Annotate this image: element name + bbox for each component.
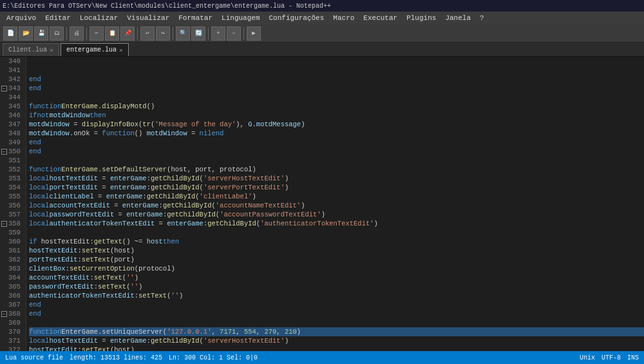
- fold-button-358[interactable]: −: [1, 221, 7, 227]
- gutter-row-343: −343: [1, 84, 23, 93]
- find-btn[interactable]: 🔍: [176, 26, 190, 41]
- sep6: [243, 27, 244, 40]
- line-number-364: 364: [8, 273, 21, 282]
- code-line-347: end: [29, 138, 644, 147]
- print-btn[interactable]: 🖨: [70, 26, 84, 41]
- save-all-btn[interactable]: 🗂: [50, 26, 64, 41]
- code-line-360: portTextEdit:setText(port): [29, 255, 644, 264]
- line-number-361: 361: [8, 246, 21, 255]
- menu-executar[interactable]: Executar: [359, 14, 401, 23]
- copy-btn[interactable]: 📋: [105, 26, 119, 41]
- code-line-354: local accountTextEdit = enterGame:getChi…: [29, 201, 644, 210]
- line-number-368: 368: [8, 309, 21, 318]
- code-line-356: local authenticatorTokenTextEdit = enter…: [29, 219, 644, 228]
- line-number-354: 354: [8, 183, 21, 192]
- gutter-row-359: 359: [1, 228, 23, 237]
- menu-plugins[interactable]: Plugins: [402, 14, 440, 23]
- tab-clientlua[interactable]: Client.lua ✕: [3, 43, 59, 56]
- gutter-row-364: 364: [1, 273, 23, 282]
- replace-btn[interactable]: 🔄: [191, 26, 205, 41]
- menu-help[interactable]: ?: [476, 14, 488, 23]
- code-line-353: local clientLabel = enterGame:getChildBy…: [29, 192, 644, 201]
- code-line-343: function EnterGame.displayMotd(): [29, 102, 644, 111]
- gutter-row-352: 352: [1, 165, 23, 174]
- line-number-349: 349: [8, 138, 21, 147]
- menu-formatar[interactable]: Formatar: [175, 14, 216, 23]
- line-number-344: 344: [8, 93, 21, 102]
- tab-entergame[interactable]: entergame.lua ✕: [61, 43, 129, 56]
- sep5: [208, 27, 209, 40]
- gutter-row-370: 370: [1, 327, 23, 336]
- menu-configuracoes[interactable]: Configurações: [265, 14, 328, 23]
- tab-clientlua-close[interactable]: ✕: [50, 46, 53, 54]
- line-number-359: 359: [8, 228, 21, 237]
- line-number-340: 340: [8, 57, 21, 66]
- code-line-368: function EnterGame.setUniqueServer('127.…: [29, 327, 644, 336]
- code-line-340: end: [29, 75, 644, 84]
- file-type-label: Lua source file: [5, 354, 63, 361]
- menu-linguagem[interactable]: Linguagem: [218, 14, 263, 23]
- gutter-row-361: 361: [1, 246, 23, 255]
- fold-button-343[interactable]: −: [1, 86, 7, 91]
- gutter-row-366: 366: [1, 291, 23, 300]
- line-number-353: 353: [8, 174, 21, 183]
- line-number-345: 345: [8, 102, 21, 111]
- save-btn[interactable]: 💾: [34, 26, 48, 41]
- code-line-352: local portTextEdit = enterGame:getChildB…: [29, 183, 644, 192]
- zoom-out-btn[interactable]: −: [227, 26, 241, 41]
- menu-macro[interactable]: Macro: [329, 14, 358, 23]
- line-number-358: 358: [8, 219, 21, 228]
- line-number-369: 369: [8, 318, 21, 327]
- sep4: [173, 27, 173, 40]
- code-area[interactable]: end end function EnterGame.displayMotd()…: [26, 57, 644, 351]
- gutter-row-360: 360: [1, 237, 23, 246]
- line-number-343: 343: [8, 84, 21, 93]
- menu-visualizar[interactable]: Visualizar: [123, 14, 173, 23]
- gutter-row-347: 347: [1, 120, 23, 129]
- tab-entergame-close[interactable]: ✕: [119, 46, 123, 54]
- zoom-in-btn[interactable]: +: [211, 26, 225, 41]
- undo-btn[interactable]: ↩: [140, 26, 155, 41]
- gutter-row-344: 344: [1, 93, 23, 102]
- fold-button-350[interactable]: −: [1, 149, 7, 155]
- line-number-348: 348: [8, 129, 21, 138]
- menu-bar: Arquivo Editar Localizar Visualizar Form…: [0, 12, 644, 24]
- code-line-361: clientBox:setCurrentOption(protocol): [29, 264, 644, 273]
- new-btn[interactable]: 📄: [3, 26, 17, 41]
- cut-btn[interactable]: ✂: [90, 26, 104, 41]
- gutter-row-372: 372: [1, 345, 23, 351]
- line-number-362: 362: [8, 255, 21, 264]
- gutter-row-358: −358: [1, 219, 23, 228]
- menu-localizar[interactable]: Localizar: [76, 14, 122, 23]
- code-line-346: motdWindow.onOk = function() motdWindow …: [29, 129, 644, 138]
- redo-btn[interactable]: ↪: [156, 26, 170, 41]
- line-number-347: 347: [8, 120, 21, 129]
- menu-arquivo[interactable]: Arquivo: [3, 14, 40, 23]
- gutter-row-355: 355: [1, 192, 23, 201]
- line-number-350: 350: [8, 147, 21, 156]
- code-line-358: if hostTextEdit:getText() ~= host then: [29, 237, 644, 246]
- code-line-357: [29, 228, 644, 237]
- run-btn[interactable]: ▶: [247, 26, 261, 41]
- line-number-371: 371: [8, 336, 21, 345]
- line-number-366: 366: [8, 291, 21, 300]
- gutter-row-353: 353: [1, 174, 23, 183]
- code-line-366: end: [29, 309, 644, 318]
- gutter-row-356: 356: [1, 201, 23, 210]
- fold-button-368[interactable]: −: [1, 311, 7, 317]
- code-line-351: local hostTextEdit = enterGame:getChildB…: [29, 174, 644, 183]
- tab-entergame-label: entergame.lua: [66, 46, 117, 53]
- gutter-row-368: −368: [1, 309, 23, 318]
- gutter-row-345: 345: [1, 102, 23, 111]
- gutter-row-369: 369: [1, 318, 23, 327]
- sep3: [137, 27, 138, 40]
- menu-editar[interactable]: Editar: [41, 14, 75, 23]
- code-line-364: authenticatorTokenTextEdit:setText(''): [29, 291, 644, 300]
- menu-janela[interactable]: Janela: [441, 14, 475, 23]
- open-btn[interactable]: 📂: [19, 26, 33, 41]
- gutter-row-357: 357: [1, 210, 23, 219]
- code-line-355: local passwordTextEdit = enterGame:getCh…: [29, 210, 644, 219]
- paste-btn[interactable]: 📌: [120, 26, 135, 41]
- code-line-362: accountTextEdit:setText(''): [29, 273, 644, 282]
- line-number-346: 346: [8, 111, 21, 120]
